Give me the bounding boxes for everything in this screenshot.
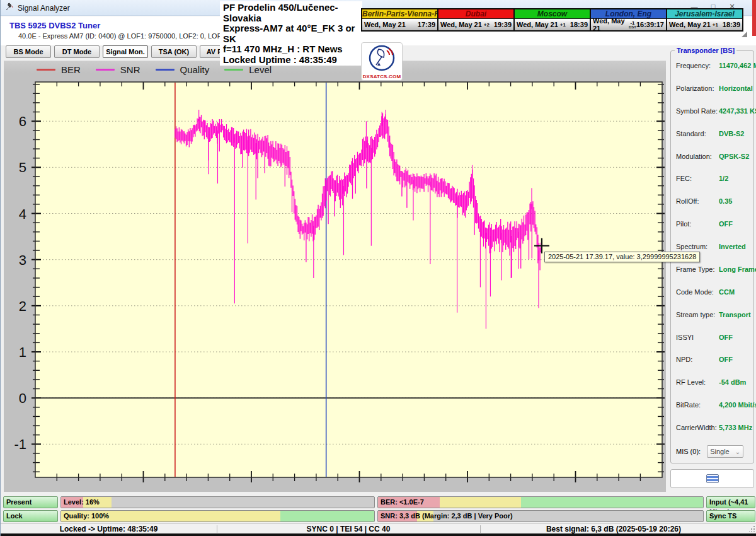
tab-signal-mon[interactable]: Signal Mon. [103,45,148,58]
annotation-line: Express-AM7 at 40°E_FK 3 or SK [223,23,359,44]
transponder-row-modulation: Modulation:QPSK-S2 [676,153,750,160]
clock-moscow: MoscowWed, May 21+118:39 [513,8,591,32]
field-label: RF Level: [676,378,719,386]
field-label: Frame Type: [676,265,719,273]
field-value: DVB-S2 [719,130,744,137]
statusbar-segment-uptime: Locked -> Uptime: 48:35:49 [1,525,217,533]
y-axis-label: 6 [19,114,26,129]
bar-label: Quality: 100% [64,511,109,521]
save-button[interactable] [670,469,754,488]
clock-date: Wed, May 21 [669,21,711,28]
statusbar-segment-best-signal: Best signal: 6,3 dB (2025-05-19 20:26) [480,525,747,533]
bar-label: SNR: 3,3 dB (Margin: 2,3 dB | Very Poor) [381,511,513,521]
signal-chart-svg[interactable]: -10123456 [4,61,666,492]
field-value: 11470,462 MHz [719,62,756,69]
transponder-row-stream-type: Stream type:Transport [676,311,750,318]
lock-indicator: Lock [3,510,58,522]
annotation-line: Locked Uptime : 48:35:49 [223,55,359,66]
annotation-line: PF Prodelin 450/Lučenec-Slovakia [223,3,359,23]
tab-bs-mode[interactable]: BS Mode [6,45,51,58]
clock-time-row: Wed, May 21+118:39 [515,19,590,30]
transponder-row-issyi: ISSYIOFF [676,334,750,341]
legend-label: BER [61,64,81,75]
field-label: Code Mode: [676,288,719,296]
field-value: Transport [719,311,751,318]
clock-time: 19:39 [494,21,512,28]
dxsatcs-logo-caption: DXSATCS.COM [362,74,402,79]
transponder-row-carrierwidth: CarrierWidth:5,733 MHz [676,424,750,431]
legend-item-ber: BER [37,64,81,75]
legend-item-level: Level [224,64,272,75]
clock-utc-offset: -1DST [629,21,636,29]
clock-time: 17:39 [418,21,435,28]
y-axis-label: 0 [19,390,26,406]
field-label: Standard: [676,130,719,137]
legend-swatch [96,69,115,71]
clock-date: Wed, May 21 [440,21,482,28]
clock-time: 18:39 [723,21,740,28]
plot-area[interactable] [35,82,662,477]
y-axis-label: 1 [19,344,26,360]
tuner-subtitle: 40.0E - Express AM7 (ID: 0400) @ LOF1: 9… [18,32,240,40]
field-label: Symbol Rate: [676,107,719,115]
y-axis-label: 3 [19,252,26,268]
clock-time: 16:39:17 [636,21,664,28]
field-value: Long Frame [719,265,756,273]
field-value: CCM [719,288,735,296]
tab-dt-mode[interactable]: DT Mode [54,45,100,58]
clock-jerusalem-israel: Jerusalem-IsraelWed, May 21+118:39 [666,8,743,32]
transponder-row-symbol-rate: Symbol Rate:4247,331 KS/s [676,107,750,115]
statusbar: Locked -> Uptime: 48:35:49 SYNC 0 | TEI … [1,523,756,533]
clock-dubai: DubaiWed, May 21+219:39 [437,8,515,32]
field-value: Inverted [719,243,746,250]
clock-resize-grip[interactable] [742,32,747,37]
field-value: OFF [719,356,733,363]
mis-select[interactable]: Single ⌄ [707,445,743,458]
tuner-title: TBS 5925 DVBS2 Tuner [9,21,100,30]
clock-london-eng: London, EngWed, May 21-1DST16:39:17 [590,8,667,32]
bar-fill-segment [440,497,521,508]
clock-dst-label: DST [629,25,636,29]
statusbar-segment-sync: SYNC 0 | TEI 54 | CC 40 [217,525,480,533]
transponder-row-spectrum: Spectrum:Inverted [676,243,750,250]
legend-label: Level [249,64,272,75]
bar-label: Level: 16% [64,497,100,508]
statusbar-resize-grip[interactable] [749,526,755,532]
clock-time-row: Wed, May 21+219:39 [438,19,513,30]
app-icon [5,3,14,15]
field-label: Modulation: [676,153,719,160]
clock-offset-value: -1 [630,21,634,25]
bar-label: BER: <1.0E-7 [381,497,424,508]
ber-progressbar: BER: <1.0E-7 [377,496,704,508]
clock-time: 18:39 [570,21,588,28]
transponder-row-pilot: Pilot:OFF [676,220,750,228]
clock-date: Wed, May 21 [517,21,558,28]
field-label: Frequency: [676,62,719,69]
tab-tsa-ok[interactable]: TSA (OK) [151,45,197,58]
clock-city-label: Berlin-Paris-Vienna-Roma [362,9,437,19]
field-label: Spectrum: [676,243,719,250]
clock-city-label: Moscow [515,9,590,19]
field-value: OFF [719,334,733,341]
field-value: -54 dBm [719,378,746,386]
field-label: NPD: [676,356,719,363]
clock-utc-offset: +2 [484,23,490,27]
transponder-panel-title: Transponder [BS] [675,47,736,54]
legend-swatch [37,69,55,71]
field-value: OFF [719,220,733,228]
clock-time-row: Wed, May 21+118:39 [667,19,742,30]
clock-date: Wed, May 21 [593,17,627,32]
transponder-row-rf-level: RF Level:-54 dBm [676,378,750,386]
y-axis-label: -1 [14,436,26,452]
field-value: 1/2 [719,175,728,182]
mis-value: Single [710,448,730,455]
clock-time-row: Wed, May 21-1DST16:39:17 [591,19,666,30]
field-value: 4,200 Mbit/s [719,401,756,409]
background-window-edge [752,0,756,36]
field-label: FEC: [676,175,719,182]
y-axis-label: 2 [19,298,26,314]
transponder-row-fec: FEC:1/2 [676,175,750,182]
chart-tooltip: 2025-05-21 17.39.17, value: 3,2999999523… [544,252,701,262]
bar-fill-segment [521,497,703,508]
legend-swatch [156,69,175,71]
